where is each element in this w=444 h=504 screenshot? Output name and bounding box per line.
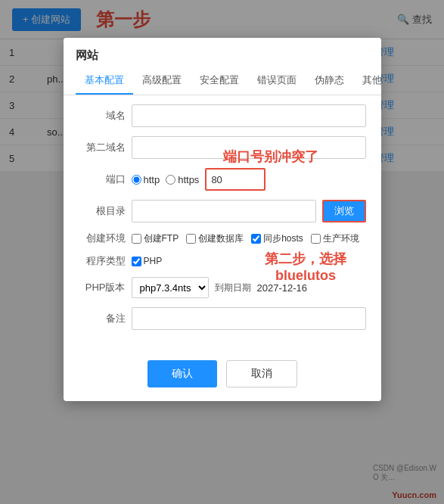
cancel-button[interactable]: 取消	[226, 360, 297, 387]
http-label: http	[144, 174, 160, 185]
modal-header: 网站	[64, 38, 381, 63]
tab-other[interactable]: 其他	[353, 67, 381, 95]
rootdir-field-group: 浏览	[132, 200, 366, 222]
port-row: 端口 http https	[79, 168, 366, 191]
env-label: 创建环境	[79, 232, 126, 245]
modal-form-body: 域名 第二域名 端口 http https	[64, 95, 381, 351]
domain-input[interactable]	[132, 104, 366, 127]
tab-basic-config[interactable]: 基本配置	[76, 67, 133, 95]
remark-label: 备注	[79, 312, 126, 325]
http-radio-label[interactable]: http	[132, 174, 160, 185]
env-checkboxes: 创建FTP 创建数据库 同步hosts 生产环境	[132, 232, 366, 245]
domain-row: 域名	[79, 104, 366, 127]
subdomain-input[interactable]	[132, 136, 366, 159]
https-label: https	[178, 174, 199, 185]
expire-date-value: 2027-12-16	[257, 282, 308, 294]
port-input[interactable]	[205, 168, 265, 191]
tab-pseudo-static[interactable]: 伪静态	[306, 67, 353, 95]
website-modal: 网站 基本配置 高级配置 安全配置 错误页面 伪静态 其他 域名 第二域名 端口…	[64, 38, 381, 401]
create-db-checkbox[interactable]	[186, 234, 196, 244]
php-version-row: PHP版本 php7.3.4nts 到期日期 2027-12-16	[79, 277, 366, 298]
tab-error-page[interactable]: 错误页面	[248, 67, 306, 95]
php-version-controls: php7.3.4nts 到期日期 2027-12-16	[132, 277, 366, 298]
http-radio[interactable]	[132, 175, 141, 185]
php-label: PHP	[144, 256, 163, 266]
php-type-checkbox-label[interactable]: PHP	[132, 256, 163, 266]
port-options: http https	[132, 168, 366, 191]
remark-input[interactable]	[132, 307, 366, 330]
remark-row: 备注	[79, 307, 366, 330]
rootdir-label: 根目录	[79, 204, 126, 218]
modal-tabs: 基本配置 高级配置 安全配置 错误页面 伪静态 其他	[64, 67, 381, 95]
browse-button[interactable]: 浏览	[322, 200, 366, 222]
prod-env-label[interactable]: 生产环境	[311, 232, 359, 245]
subdomain-label: 第二域名	[79, 141, 126, 154]
create-ftp-label[interactable]: 创建FTP	[132, 232, 179, 245]
tab-advanced-config[interactable]: 高级配置	[133, 67, 191, 95]
php-type-label: 程序类型	[79, 254, 126, 268]
rootdir-row: 根目录 浏览	[79, 200, 366, 222]
php-version-label: PHP版本	[79, 281, 126, 294]
https-radio-label[interactable]: https	[166, 174, 199, 185]
php-version-select[interactable]: php7.3.4nts	[132, 277, 209, 298]
modal-title: 网站	[76, 48, 98, 61]
rootdir-input[interactable]	[132, 200, 316, 222]
expire-label: 到期日期	[215, 282, 251, 294]
domain-label: 域名	[79, 109, 126, 123]
sync-hosts-checkbox[interactable]	[251, 234, 261, 244]
https-radio[interactable]	[166, 175, 175, 185]
prod-env-checkbox[interactable]	[311, 234, 321, 244]
php-type-row: 程序类型 PHP	[79, 254, 366, 268]
php-type-checkbox[interactable]	[132, 257, 141, 266]
create-db-label[interactable]: 创建数据库	[186, 232, 244, 245]
sync-hosts-label[interactable]: 同步hosts	[251, 232, 303, 245]
create-env-row: 创建环境 创建FTP 创建数据库 同步hosts 生产环境	[79, 232, 366, 245]
create-ftp-checkbox[interactable]	[132, 234, 141, 244]
modal-footer: 确认 取消	[64, 351, 381, 401]
confirm-button[interactable]: 确认	[147, 360, 217, 387]
subdomain-row: 第二域名	[79, 136, 366, 159]
port-label: 端口	[79, 173, 126, 186]
tab-security-config[interactable]: 安全配置	[191, 67, 248, 95]
